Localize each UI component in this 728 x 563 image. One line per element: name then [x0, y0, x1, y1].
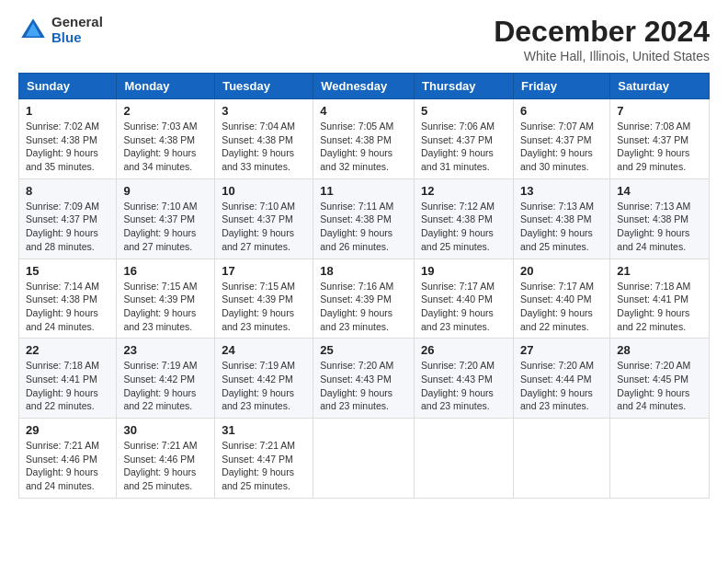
- day-info: Sunrise: 7:08 AM Sunset: 4:37 PM Dayligh…: [617, 120, 702, 174]
- calendar-header-row: SundayMondayTuesdayWednesdayThursdayFrid…: [19, 74, 710, 99]
- day-number: 8: [26, 184, 109, 198]
- calendar-week-1: 1Sunrise: 7:02 AM Sunset: 4:38 PM Daylig…: [19, 99, 710, 179]
- calendar-week-4: 22Sunrise: 7:18 AM Sunset: 4:41 PM Dayli…: [19, 339, 710, 419]
- day-info: Sunrise: 7:16 AM Sunset: 4:39 PM Dayligh…: [320, 280, 407, 334]
- day-number: 26: [421, 343, 506, 357]
- calendar-cell: [313, 419, 415, 499]
- calendar-cell: 8Sunrise: 7:09 AM Sunset: 4:37 PM Daylig…: [19, 178, 117, 259]
- day-number: 21: [617, 264, 702, 278]
- day-info: Sunrise: 7:07 AM Sunset: 4:37 PM Dayligh…: [520, 120, 603, 174]
- calendar-cell: 28Sunrise: 7:20 AM Sunset: 4:45 PM Dayli…: [610, 339, 710, 419]
- calendar-cell: 23Sunrise: 7:19 AM Sunset: 4:42 PM Dayli…: [117, 339, 215, 419]
- day-info: Sunrise: 7:13 AM Sunset: 4:38 PM Dayligh…: [520, 200, 603, 254]
- calendar-cell: 20Sunrise: 7:17 AM Sunset: 4:40 PM Dayli…: [513, 259, 609, 339]
- day-info: Sunrise: 7:18 AM Sunset: 4:41 PM Dayligh…: [617, 280, 702, 334]
- day-number: 3: [222, 104, 306, 118]
- calendar-cell: 30Sunrise: 7:21 AM Sunset: 4:46 PM Dayli…: [117, 419, 215, 499]
- calendar-header-monday: Monday: [117, 74, 215, 99]
- calendar-cell: 25Sunrise: 7:20 AM Sunset: 4:43 PM Dayli…: [313, 339, 415, 419]
- day-info: Sunrise: 7:20 AM Sunset: 4:43 PM Dayligh…: [320, 359, 407, 413]
- logo-icon: [18, 16, 48, 45]
- logo-text: General Blue: [51, 15, 103, 45]
- day-number: 16: [123, 264, 208, 278]
- day-number: 11: [320, 184, 407, 198]
- calendar-cell: [415, 419, 514, 499]
- day-info: Sunrise: 7:10 AM Sunset: 4:37 PM Dayligh…: [222, 200, 306, 254]
- calendar-cell: 4Sunrise: 7:05 AM Sunset: 4:38 PM Daylig…: [313, 99, 415, 179]
- calendar-cell: 21Sunrise: 7:18 AM Sunset: 4:41 PM Dayli…: [610, 259, 710, 339]
- calendar-cell: 27Sunrise: 7:20 AM Sunset: 4:44 PM Dayli…: [513, 339, 609, 419]
- day-number: 31: [222, 423, 306, 437]
- day-number: 12: [421, 184, 506, 198]
- day-number: 6: [520, 104, 603, 118]
- day-info: Sunrise: 7:20 AM Sunset: 4:45 PM Dayligh…: [617, 359, 702, 413]
- day-number: 29: [26, 423, 109, 437]
- calendar-week-2: 8Sunrise: 7:09 AM Sunset: 4:37 PM Daylig…: [19, 178, 710, 259]
- day-number: 7: [617, 104, 702, 118]
- day-number: 28: [617, 343, 702, 357]
- calendar-week-3: 15Sunrise: 7:14 AM Sunset: 4:38 PM Dayli…: [19, 259, 710, 339]
- title-area: December 2024 White Hall, Illinois, Unit…: [494, 15, 710, 63]
- calendar-cell: 31Sunrise: 7:21 AM Sunset: 4:47 PM Dayli…: [215, 419, 313, 499]
- day-info: Sunrise: 7:09 AM Sunset: 4:37 PM Dayligh…: [26, 200, 109, 254]
- calendar-cell: 9Sunrise: 7:10 AM Sunset: 4:37 PM Daylig…: [117, 178, 215, 259]
- day-info: Sunrise: 7:18 AM Sunset: 4:41 PM Dayligh…: [26, 359, 109, 413]
- page-title: December 2024: [494, 15, 710, 49]
- calendar-cell: [610, 419, 710, 499]
- calendar-cell: 7Sunrise: 7:08 AM Sunset: 4:37 PM Daylig…: [610, 99, 710, 179]
- calendar-cell: 12Sunrise: 7:12 AM Sunset: 4:38 PM Dayli…: [415, 178, 514, 259]
- day-info: Sunrise: 7:19 AM Sunset: 4:42 PM Dayligh…: [222, 359, 306, 413]
- calendar-cell: 5Sunrise: 7:06 AM Sunset: 4:37 PM Daylig…: [415, 99, 514, 179]
- calendar-cell: 22Sunrise: 7:18 AM Sunset: 4:41 PM Dayli…: [19, 339, 117, 419]
- day-number: 10: [222, 184, 306, 198]
- day-number: 24: [222, 343, 306, 357]
- calendar-cell: 6Sunrise: 7:07 AM Sunset: 4:37 PM Daylig…: [513, 99, 609, 179]
- day-info: Sunrise: 7:20 AM Sunset: 4:44 PM Dayligh…: [520, 359, 603, 413]
- day-number: 5: [421, 104, 506, 118]
- day-info: Sunrise: 7:19 AM Sunset: 4:42 PM Dayligh…: [123, 359, 208, 413]
- day-info: Sunrise: 7:04 AM Sunset: 4:38 PM Dayligh…: [222, 120, 306, 174]
- day-info: Sunrise: 7:21 AM Sunset: 4:46 PM Dayligh…: [26, 439, 109, 493]
- day-number: 4: [320, 104, 407, 118]
- day-info: Sunrise: 7:03 AM Sunset: 4:38 PM Dayligh…: [123, 120, 208, 174]
- calendar-cell: 18Sunrise: 7:16 AM Sunset: 4:39 PM Dayli…: [313, 259, 415, 339]
- calendar-cell: 19Sunrise: 7:17 AM Sunset: 4:40 PM Dayli…: [415, 259, 514, 339]
- day-number: 1: [26, 104, 109, 118]
- calendar-header-thursday: Thursday: [415, 74, 514, 99]
- day-number: 22: [26, 343, 109, 357]
- calendar-cell: 3Sunrise: 7:04 AM Sunset: 4:38 PM Daylig…: [215, 99, 313, 179]
- day-info: Sunrise: 7:15 AM Sunset: 4:39 PM Dayligh…: [222, 280, 306, 334]
- day-info: Sunrise: 7:21 AM Sunset: 4:47 PM Dayligh…: [222, 439, 306, 493]
- day-info: Sunrise: 7:11 AM Sunset: 4:38 PM Dayligh…: [320, 200, 407, 254]
- calendar-cell: [513, 419, 609, 499]
- day-number: 19: [421, 264, 506, 278]
- calendar-cell: 14Sunrise: 7:13 AM Sunset: 4:38 PM Dayli…: [610, 178, 710, 259]
- day-number: 17: [222, 264, 306, 278]
- calendar-body: 1Sunrise: 7:02 AM Sunset: 4:38 PM Daylig…: [19, 99, 710, 499]
- day-info: Sunrise: 7:10 AM Sunset: 4:37 PM Dayligh…: [123, 200, 208, 254]
- header: General Blue December 2024 White Hall, I…: [18, 15, 710, 63]
- calendar-cell: 24Sunrise: 7:19 AM Sunset: 4:42 PM Dayli…: [215, 339, 313, 419]
- calendar-cell: 16Sunrise: 7:15 AM Sunset: 4:39 PM Dayli…: [117, 259, 215, 339]
- day-info: Sunrise: 7:17 AM Sunset: 4:40 PM Dayligh…: [421, 280, 506, 334]
- day-number: 2: [123, 104, 208, 118]
- day-info: Sunrise: 7:06 AM Sunset: 4:37 PM Dayligh…: [421, 120, 506, 174]
- calendar-cell: 13Sunrise: 7:13 AM Sunset: 4:38 PM Dayli…: [513, 178, 609, 259]
- calendar-cell: 29Sunrise: 7:21 AM Sunset: 4:46 PM Dayli…: [19, 419, 117, 499]
- day-number: 25: [320, 343, 407, 357]
- day-info: Sunrise: 7:21 AM Sunset: 4:46 PM Dayligh…: [123, 439, 208, 493]
- day-number: 30: [123, 423, 208, 437]
- page-subtitle: White Hall, Illinois, United States: [494, 49, 710, 63]
- day-number: 15: [26, 264, 109, 278]
- day-number: 27: [520, 343, 603, 357]
- calendar-week-5: 29Sunrise: 7:21 AM Sunset: 4:46 PM Dayli…: [19, 419, 710, 499]
- day-info: Sunrise: 7:02 AM Sunset: 4:38 PM Dayligh…: [26, 120, 109, 174]
- day-info: Sunrise: 7:17 AM Sunset: 4:40 PM Dayligh…: [520, 280, 603, 334]
- calendar-header-saturday: Saturday: [610, 74, 710, 99]
- calendar-cell: 10Sunrise: 7:10 AM Sunset: 4:37 PM Dayli…: [215, 178, 313, 259]
- calendar-header-friday: Friday: [513, 74, 609, 99]
- calendar-cell: 2Sunrise: 7:03 AM Sunset: 4:38 PM Daylig…: [117, 99, 215, 179]
- day-info: Sunrise: 7:15 AM Sunset: 4:39 PM Dayligh…: [123, 280, 208, 334]
- day-info: Sunrise: 7:12 AM Sunset: 4:38 PM Dayligh…: [421, 200, 506, 254]
- day-info: Sunrise: 7:20 AM Sunset: 4:43 PM Dayligh…: [421, 359, 506, 413]
